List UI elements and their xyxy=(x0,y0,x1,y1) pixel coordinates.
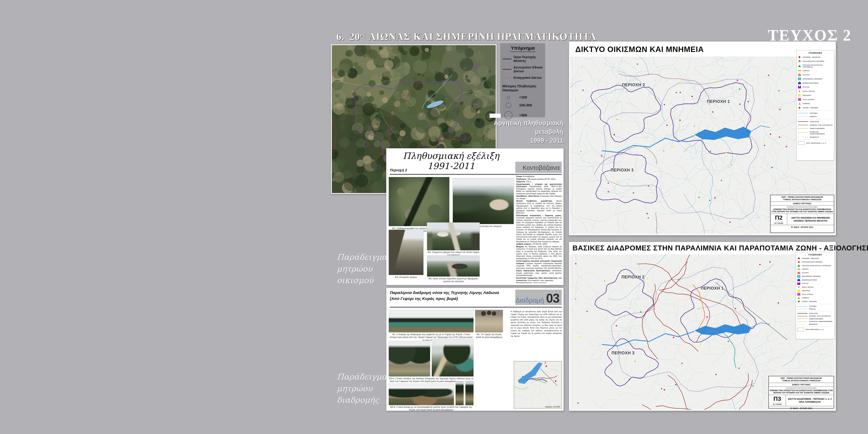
photo-g3-valley-winter xyxy=(389,341,430,376)
legend-triangle-icon xyxy=(798,102,801,105)
map2-title: ΒΑΣΙΚΕΣ ΔΙΑΔΡΟΜΕΣ ΣΤΗΝ ΠΑΡΑΛΙΜΝΙΑ ΚΑΙ ΠΑ… xyxy=(572,244,868,252)
legend-line-icon xyxy=(502,69,512,70)
legend-line-item: ΡΕΜΑΤΑ xyxy=(797,308,833,310)
photo-f3-caption: Φ3_Κεντρικός δρόμος xyxy=(389,276,424,279)
legend-item-label: ΠΑΡΑΔΟΣΙΑΚΟΙ ΟΙΚΙΣΜΟΙ xyxy=(802,261,823,263)
info-entry: Κύριες παραγωγικές δραστηριότητες: καλλι… xyxy=(516,270,562,277)
route-description: Η διαδρομή με κατεύθυνση προς βορά ξεκιν… xyxy=(510,310,562,359)
legend-item-label: ΚΑΣΤΡΟ xyxy=(802,272,809,274)
circle-icon-cell xyxy=(502,102,515,108)
org-line1: ΕΜΠ - ΤΜΗΜΑ ΑΡΧΙΤΕΚΤΟΝΩΝ ΜΗΧΑΝΙΚΩΝ xyxy=(770,377,833,379)
info-entry: Πληθυσμός: 386 μόνιμοι κάτοικοι (ΕΣΥΕ, 2… xyxy=(516,178,562,180)
legend-item-label: ΕΚΚΛΗΣΙΑ xyxy=(802,290,810,291)
legend-item-label: ΟΙΚΙΣΜΟΙ - ΜΕΛΕΤΗΣ xyxy=(803,56,820,58)
settlement-example-note: Παράδειγμα μητρώου οικισμού xyxy=(337,251,393,286)
legend-marker-item: ΠΥΡΓΟΣ xyxy=(798,86,833,88)
legend-marker-item: ΑΡΧΑΙΟΣ ΝΑΟΣ/ΑΡΧΑΙΑ ΤΟΠΟΘΕΣΙΑ xyxy=(797,264,833,267)
legend-line-icon xyxy=(797,321,807,322)
info-entry-label: Πληθυσμός: xyxy=(516,178,527,180)
legend-line-item: ΜΟΝΟΠΑΤΙ xyxy=(798,136,833,138)
legend-line-icon xyxy=(502,59,512,59)
photo-g2-stone-bridge xyxy=(475,310,503,332)
info-entry: Δυνατότητα παραμονής ή/και διανυκτέρευση… xyxy=(516,277,562,282)
legend-line-icon xyxy=(798,121,808,122)
sheet-title-cell: ΔΙΚΤΥΟ ΔΙΑΔΡΟΜΩΝ - ΠΕΡΙΟΧΕΣ 1, 2, 3ΟΡΙΑ … xyxy=(786,395,834,406)
legend-item-label: ΔΥΣΒΑΤΟΣ ΧΩΜΑΤΟΔΡΟΜΟΣ xyxy=(809,320,833,322)
info-entry: Πολεοδομική συγκρότηση / δημόσιος χώρος:… xyxy=(516,214,562,243)
legend-marker-item: ΛΟΙΠΟΙ - ΟΙΚΙΣΜΟΙ xyxy=(797,300,833,303)
legend-item-label: ΑΣΦΑΛΤΟΣ xyxy=(809,313,818,314)
legend-house-icon xyxy=(798,82,801,84)
circle-icon-cell xyxy=(502,111,515,119)
route-badge-label: Διαδρομή xyxy=(516,297,544,304)
legend-item-label: ΠΟΤΑΜΙΑ xyxy=(810,112,818,114)
satellite-legend-item: Επαρχιακό Δίκτυο xyxy=(502,76,543,80)
photo-g4-valley-spring xyxy=(432,339,473,376)
legend-line-icon xyxy=(797,316,807,316)
photo-f5-public-space xyxy=(427,255,479,277)
sheet-code: Π3 xyxy=(773,396,781,402)
legend-tower-icon xyxy=(798,86,801,88)
legend-triangle-icon xyxy=(797,297,800,299)
legend-marker-item: ΠΥΡΓΟΣ xyxy=(797,282,833,285)
titleblock-phase: Β' ΦΑΣΗ - ΙΟΥΛΙΟΣ 2013 xyxy=(769,406,834,410)
map2-legend: ΥΠΟΜΝΗΜΑΟΙΚΙΣΜΟΙ - ΜΕΛΕΤΗΣΠΑΡΑΔΟΣΙΑΚΟΙ Ο… xyxy=(796,252,835,339)
info-entry: Μνημεία: Αγ. Νικόλαος, 1826. Σώζονται κτ… xyxy=(516,246,562,260)
legend-rect-icon xyxy=(797,275,800,278)
map1-legend: ΥΠΟΜΝΗΜΑΟΙΚΙΣΜΟΙ - ΜΕΛΕΤΗΣΠΑΡΑΔΟΣΙΑΚΟΙ Ο… xyxy=(797,50,834,160)
route-title-line1: Παραλίμνια διαδρομή νότια της Τεχνητής Λ… xyxy=(390,290,499,295)
satellite-legend-title: Υπόμνημα xyxy=(510,45,536,52)
sheet-code-cell: Π3ΚΛ. 1:50.000 xyxy=(769,395,786,406)
legend-triangle-icon xyxy=(798,65,801,67)
legend-item-label: ΧΩΜΑΤΟΔΡΟΜΟΣ xyxy=(809,318,824,320)
population-class-label: >300 xyxy=(519,113,527,117)
legend-item-label: ΠΥΡΓΟΣ xyxy=(803,86,810,88)
legend-line-icon xyxy=(798,132,808,133)
info-entry-label: Κύριες παραγωγικές δραστηριότητες: xyxy=(516,270,552,272)
legend-line-item: ΔΡΟΜΟΣ ΥΠΟ ΚΑΤΑΣΚΕΥΗ xyxy=(797,315,833,317)
sheet-code-cell: Π2ΚΛ. 1:50.000 xyxy=(771,214,787,225)
satellite-legend-population-header: Μόνιμος Πληθυσμός Οικισμών xyxy=(502,84,543,92)
legend-marker-item: ΜΟΝΗ/ΑΣΚΗΤΗΡΙΟ xyxy=(798,82,833,84)
legend-marker-item: ΠΗΓΗ / ΒΡΥΣΗ xyxy=(797,286,833,288)
legend-dot-icon xyxy=(798,106,801,109)
legend-marker-item: ΚΑΣΤΡΟ xyxy=(797,272,833,274)
sheet-title-line1: ΔΙΚΤΥΟ ΔΙΑΔΡΟΜΩΝ - ΠΕΡΙΟΧΕΣ 1, 2, 3 xyxy=(786,397,833,401)
sheet-title-line2: ΟΡΙΑ ΠΑΡΕΜΒΑΣΗΣ xyxy=(786,400,833,404)
satellite-legend-line-items: Ορια Περιοχής ΜελέτηςΔευτερεύον Εθνικό Δ… xyxy=(502,55,543,80)
info-entry-label: Υψόμετρο: xyxy=(516,180,526,183)
legend-item-label: ΜΟΝΟΠΑΤΙ xyxy=(810,136,819,138)
legend-separator xyxy=(798,119,833,119)
legend-item-label: ΠΥΡΓΟΣ xyxy=(802,283,808,284)
legend-marker-item: ΝΕΟΛΙΘΙΚΟΣ ΟΙΚΙΣΜΟΣ xyxy=(798,78,833,80)
info-entry: Χαρακτηρισμός / ιστορική και αρχιτεκτονι… xyxy=(516,183,562,195)
population-class-label: 100-300 xyxy=(519,103,532,107)
legend-house-icon xyxy=(797,272,800,274)
legend-dot-icon xyxy=(797,300,800,303)
program-title: ΕΡΜΗΝΕΥΤΙΚΗ ΠΡΟΣΕΓΓΙΣΗ ΚΑΙ ΔΥΝΑΤΟΤΗΤΕΣ Π… xyxy=(770,390,833,394)
legend-marker-item: ΟΙΚΙΣΜΟΙ - ΜΕΛΕΤΗΣ xyxy=(797,257,833,260)
satellite-legend: Υπόμνημα Ορια Περιοχής ΜελέτηςΔευτερεύον… xyxy=(500,43,545,117)
legend-marker-item: ΠΗΓΗ / ΒΡΥΣΗ xyxy=(798,90,833,93)
settlement-name-box: Κοντοβάζαινα xyxy=(515,162,562,173)
legend-line-icon xyxy=(797,306,807,307)
photo-g1-lake-panorama xyxy=(389,310,473,332)
legend-line-icon xyxy=(797,324,807,324)
legend-item-label: ΕΚΚΛΗΣΙΑ xyxy=(803,94,811,96)
map1-titleblock: ΕΜΠ - ΤΜΗΜΑ ΑΡΧΙΤΕΚΤΟΝΩΝ ΜΗΧΑΝΙΚΩΝΤΟΜΕΑΣ… xyxy=(770,195,834,233)
legend-item-label: ΠΟΤΑΜΙΑ xyxy=(809,305,816,307)
area-label: Περιοχή 2 xyxy=(390,168,407,172)
header-rule xyxy=(390,174,562,175)
map1-region1-label: ΠΕΡΙΟΧΗ 1 xyxy=(707,99,730,104)
legend-item-label: ΠΗΓΗ / ΒΡΥΣΗ xyxy=(802,286,813,288)
legend-house-icon xyxy=(798,73,801,76)
program-kind: ΔΙΑΤΜΗΜΑΤΙΚΟ ΕΡΕΥΝΗΤΙΚΟ ΠΡΟΓΡΑΜΜΑ xyxy=(770,387,833,389)
settlements-monuments-map-panel: ΔΙΚΤΥΟ ΟΙΚΙΣΜΩΝ ΚΑΙ ΜΝΗΜΕΙΑ ΠΕΡΙΟΧΗ 2 ΠΕ… xyxy=(569,41,836,235)
legend-item-label: ΑΛΛΑ ΚΤΗΡΙΑ xyxy=(803,98,814,100)
legend-marker-item: ΚΑΜΠΟΣ xyxy=(797,297,833,299)
legend-marker-item: ΑΛΛΑ ΚΤΗΡΙΑ xyxy=(798,98,833,101)
legend-arch-icon xyxy=(798,94,801,97)
settlement-record-panel: Πληθυσμιακή εξέλιξη 1991-2011 Κοντοβάζαι… xyxy=(386,148,564,285)
legend-ring-icon xyxy=(797,261,800,264)
info-entry: Φυσικό περιβάλλον, χωροθέτηση: Ορεινό πε… xyxy=(516,200,562,214)
